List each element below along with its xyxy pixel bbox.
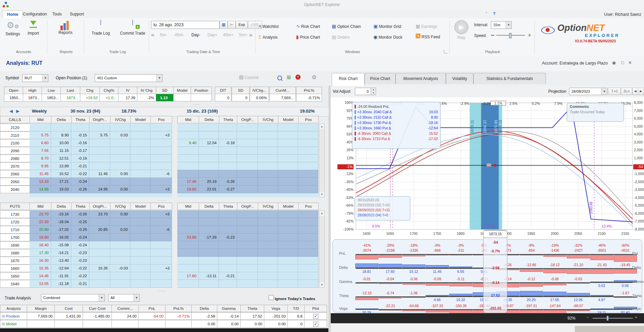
windows-item-monitor-grid[interactable]: ▣ Monitor Grid <box>373 23 401 30</box>
calls-cell2[interactable] <box>237 155 258 162</box>
calls-cell2[interactable] <box>177 162 199 170</box>
calls-cell[interactable] <box>110 139 130 147</box>
puts-cell2[interactable] <box>199 280 219 288</box>
puts-cell[interactable] <box>110 249 130 257</box>
risk-chart[interactable]: 2083.881819.111846.371870.891888.15-13.7… <box>331 97 644 313</box>
pin-icon[interactable]: ◉ <box>612 60 616 65</box>
puts-cell[interactable]: 19.60 <box>30 234 51 241</box>
puts-strike-1720[interactable]: 1720 <box>0 218 30 226</box>
puts-cell2[interactable] <box>177 264 199 272</box>
puts-cell[interactable]: 15.35 <box>89 264 110 272</box>
puts-cell[interactable] <box>130 241 150 249</box>
puts-cell[interactable] <box>110 234 130 241</box>
puts-cell[interactable]: 22.20 <box>30 218 51 226</box>
puts-cell2[interactable]: -17.29 <box>199 234 219 241</box>
nav-step-Day+[interactable]: Day+ <box>208 32 218 38</box>
drag-handle[interactable]: ..... <box>193 102 201 106</box>
calls-scrollbar-down-icon[interactable]: ▼ <box>319 192 324 197</box>
symbol-select[interactable]: RUT▼ <box>22 74 48 82</box>
calls-cell[interactable]: 11.45 <box>30 170 51 178</box>
calls-cell[interactable] <box>89 147 110 155</box>
puts-cell[interactable]: 15.35 <box>30 264 51 272</box>
nav-step-5m-[interactable]: 5m- <box>160 32 167 38</box>
tab-volatility[interactable]: Volatility <box>446 73 473 84</box>
calls-cell2[interactable] <box>258 147 278 155</box>
puts-cell2[interactable] <box>177 249 199 257</box>
calls-cell2[interactable] <box>237 178 258 185</box>
calls-cell[interactable] <box>51 124 71 131</box>
puts-cell[interactable] <box>89 257 110 264</box>
tab-price-chart[interactable]: Price Chart <box>365 73 396 84</box>
close-position-icon[interactable]: ✕ <box>295 75 301 80</box>
puts-cell2[interactable] <box>278 264 298 272</box>
puts-cell2[interactable] <box>237 234 258 241</box>
calls-cell[interactable] <box>110 124 130 131</box>
calls-cell2[interactable]: 17.45 <box>177 178 199 185</box>
analysis-row-name[interactable]: ⊞ Model <box>0 320 27 328</box>
puts-cell[interactable]: -0.25 <box>71 226 89 234</box>
puts-cell2[interactable] <box>298 218 318 226</box>
calls-cell[interactable]: -0.22 <box>71 170 89 178</box>
puts-cell[interactable] <box>130 226 150 234</box>
calls-cell2[interactable] <box>298 178 318 185</box>
puts-cell[interactable] <box>150 218 172 226</box>
puts-cell2[interactable] <box>278 257 298 264</box>
puts-cell2[interactable] <box>219 241 237 249</box>
calls-cell[interactable]: 9.95 <box>30 162 51 170</box>
puts-cell[interactable] <box>130 264 150 272</box>
checkbox-icon[interactable] <box>269 295 274 300</box>
calls-strike-2070[interactable]: 2070 <box>0 162 30 170</box>
calls-cell[interactable]: -0.16 <box>71 139 89 147</box>
calls-cell[interactable]: 0.00 <box>110 170 130 178</box>
puts-cell[interactable]: -12.64 <box>51 264 71 272</box>
calls-strike-2040[interactable]: 2040 <box>0 185 30 193</box>
calls-strike-2060[interactable]: 2060 <box>0 170 30 178</box>
calls-cell2[interactable] <box>199 124 219 131</box>
zoom-slider-thumb[interactable] <box>607 316 608 321</box>
puts-cell[interactable]: -14.21 <box>51 249 71 257</box>
interval-select[interactable]: 15m▼ <box>491 21 512 29</box>
calls-cell[interactable]: 5.75 <box>89 131 110 139</box>
puts-cell2[interactable] <box>258 280 278 288</box>
nav-step-45m+[interactable]: 45m+ <box>223 32 234 38</box>
position-select[interactable]: #61 Custom▼ <box>95 74 163 82</box>
calls-cell2[interactable] <box>199 155 219 162</box>
puts-cell[interactable]: -11.18 <box>51 280 71 288</box>
calls-cell[interactable]: 14.95 <box>89 185 110 193</box>
menu-item-tools[interactable]: Tools <box>48 10 66 18</box>
calls-cell2[interactable] <box>258 139 278 147</box>
puts-cell2[interactable] <box>237 218 258 226</box>
calls-cell[interactable]: 15.52 <box>51 170 71 178</box>
puts-strike-1730[interactable]: 1730 <box>0 210 30 218</box>
calls-cell[interactable] <box>150 139 172 147</box>
tab-risk-chart[interactable]: Risk Chart <box>332 73 365 86</box>
calls-cell2[interactable] <box>278 170 298 178</box>
puts-cell2[interactable] <box>258 218 278 226</box>
calls-cell[interactable] <box>89 178 110 185</box>
puts-cell[interactable]: 20.85 <box>89 226 110 234</box>
calls-cell[interactable] <box>110 178 130 185</box>
puts-strike-1650[interactable]: 1650 <box>0 272 30 280</box>
puts-cell[interactable]: 0.00 <box>110 210 130 218</box>
puts-strike-1670[interactable]: 1670 <box>0 257 30 264</box>
calls-cell2[interactable] <box>237 124 258 131</box>
puts-cell2[interactable] <box>258 257 278 264</box>
calls-cell[interactable]: -0.17 <box>71 147 89 155</box>
calls-cell[interactable] <box>89 155 110 162</box>
calls-cell[interactable]: 8.90 <box>51 131 71 139</box>
puts-strike-1660[interactable]: 1660 <box>0 264 30 272</box>
puts-cell2[interactable] <box>177 218 199 226</box>
close-icon[interactable]: ✕ <box>628 60 632 65</box>
analysis-row-name[interactable]: ⊞ Position <box>0 312 27 320</box>
puts-cell2[interactable] <box>278 234 298 241</box>
calls-cell2[interactable] <box>258 162 278 170</box>
puts-cell2[interactable] <box>237 257 258 264</box>
tab-statistics-fundamentals[interactable]: Statistics & Fundamentals <box>473 73 546 84</box>
plot-checkbox-cell[interactable]: ✓ <box>304 312 327 320</box>
calls-cell[interactable] <box>30 124 51 131</box>
forward-icon[interactable]: » <box>249 32 252 38</box>
puts-cell2[interactable] <box>199 226 219 234</box>
puts-cell[interactable]: -17.02 <box>51 226 71 234</box>
calls-cell[interactable] <box>150 124 172 131</box>
puts-cell[interactable] <box>110 280 130 288</box>
